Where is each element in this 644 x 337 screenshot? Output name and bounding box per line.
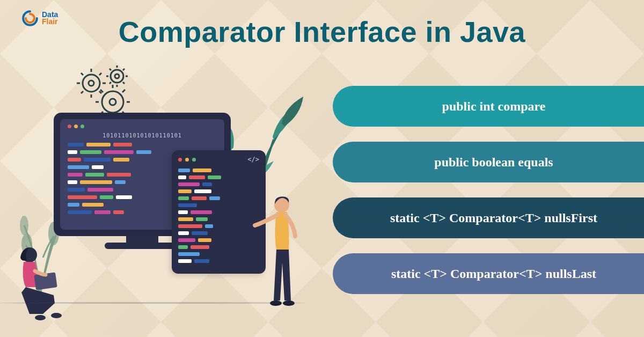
person-sitting-icon: [5, 241, 75, 322]
code-lines-icon: [178, 169, 259, 263]
svg-line-16: [109, 69, 111, 70]
method-label: public boolean equals: [434, 155, 553, 170]
list-item: public boolean equals: [333, 142, 644, 182]
binary-text: 101011010101010110101: [68, 133, 217, 138]
logo: Data Flair: [21, 10, 58, 27]
list-item: static <T> Comparator<T> nullsFirst: [333, 197, 644, 238]
svg-point-20: [102, 91, 123, 113]
svg-line-18: [109, 82, 111, 84]
method-label: public int compare: [442, 99, 546, 114]
ground-line: [0, 302, 306, 304]
illustration: 101011010101010110101: [11, 80, 311, 317]
svg-line-8: [81, 91, 83, 93]
method-list: public int compare public boolean equals…: [333, 86, 644, 294]
svg-point-1: [89, 80, 94, 86]
svg-line-19: [123, 69, 125, 70]
page-title: Comparator Interface in Java: [119, 15, 525, 48]
logo-text: Data Flair: [42, 11, 58, 26]
svg-point-10: [111, 70, 123, 83]
svg-line-17: [123, 82, 125, 84]
svg-point-35: [51, 313, 62, 318]
svg-point-36: [35, 315, 46, 320]
svg-point-0: [83, 75, 100, 92]
method-label: static <T> Comparator<T> nullsFirst: [390, 211, 597, 225]
list-item: static <T> Comparator<T> nullsLast: [333, 253, 644, 294]
svg-point-32: [20, 216, 28, 235]
person-standing-icon: [252, 193, 311, 311]
code-icon: </>: [247, 156, 259, 163]
svg-point-11: [115, 74, 119, 78]
method-label: static <T> Comparator<T> nullsLast: [391, 267, 596, 281]
logo-line-2: Flair: [42, 18, 58, 25]
list-item: public int compare: [333, 86, 644, 127]
svg-line-7: [99, 91, 101, 93]
tablet-illustration: </>: [172, 150, 266, 274]
svg-line-6: [81, 73, 83, 75]
svg-line-9: [99, 73, 101, 75]
svg-line-29: [122, 90, 125, 92]
logo-icon: [21, 10, 39, 27]
window-controls-icon: [68, 124, 217, 128]
svg-point-21: [109, 99, 116, 105]
